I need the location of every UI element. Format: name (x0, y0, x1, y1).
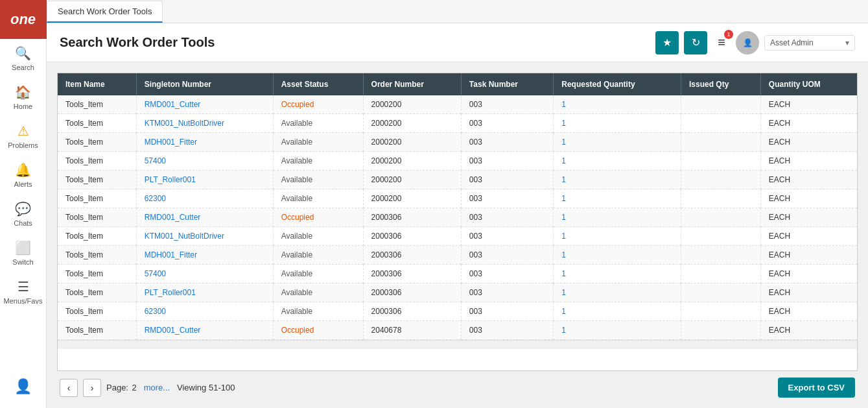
cell-item-name: Tools_Item (58, 171, 136, 189)
cell-req-qty: 1 (554, 95, 681, 114)
sidebar-item-home[interactable]: 🏠 Home (0, 78, 46, 117)
menu-button[interactable]: ≡ 1 (712, 32, 731, 53)
cell-uom: EACH (760, 265, 857, 283)
refresh-button[interactable]: ↻ (684, 31, 707, 54)
table-row: Tools_Item 57400 Available 2000306 003 1… (58, 265, 857, 283)
table-row: Tools_Item KTM001_NutBoltDriver Availabl… (58, 227, 857, 246)
favorite-button[interactable]: ★ (655, 31, 679, 54)
sidebar-item-problems[interactable]: ⚠ Problems (0, 117, 46, 156)
pagination-bar: ‹ › Page: 2 more... Viewing 51-100 (57, 371, 858, 398)
tab-bar: Search Work Order Tools (47, 0, 868, 23)
table-row: Tools_Item 62300 Available 2000200 003 1… (58, 189, 857, 208)
cell-task: 003 (461, 302, 553, 321)
cell-order: 2000306 (363, 246, 461, 265)
next-page-button[interactable]: › (83, 379, 101, 397)
table-wrapper: Item Name Singleton Number Asset Status … (57, 73, 858, 371)
table-row: Tools_Item MDH001_Fitter Available 20003… (58, 246, 857, 265)
cell-req-qty: 1 (554, 283, 681, 302)
sidebar-item-alerts[interactable]: 🔔 Alerts (0, 156, 46, 195)
cell-task: 003 (461, 189, 553, 208)
cell-uom: EACH (760, 208, 857, 227)
sidebar-item-menus[interactable]: ☰ Menus/Favs (0, 272, 46, 311)
sidebar-item-search[interactable]: 🔍 Search (0, 39, 46, 78)
prev-icon: ‹ (67, 383, 71, 393)
cell-order: 2000200 (363, 114, 461, 133)
results-table: Item Name Singleton Number Asset Status … (58, 73, 857, 340)
cell-order: 2000200 (363, 95, 461, 114)
tab-search-work-order-tools[interactable]: Search Work Order Tools (47, 1, 163, 23)
content-area: Item Name Singleton Number Asset Status … (47, 62, 868, 408)
cell-singleton: 57400 (136, 152, 273, 171)
cell-req-qty: 1 (554, 133, 681, 152)
col-requested-quantity: Requested Quantity (554, 73, 681, 95)
cell-task: 003 (461, 265, 553, 283)
dropdown-arrow-icon: ▾ (845, 38, 849, 47)
search-icon: 🔍 (15, 45, 31, 61)
cell-uom: EACH (760, 189, 857, 208)
prev-page-button[interactable]: ‹ (60, 379, 78, 397)
main-area: Search Work Order Tools Search Work Orde… (47, 0, 868, 408)
sidebar-label-menus: Menus/Favs (4, 297, 43, 305)
table-header: Item Name Singleton Number Asset Status … (58, 73, 857, 95)
cell-status: Available (273, 189, 363, 208)
sidebar-item-chats[interactable]: 💬 Chats (0, 195, 46, 234)
hamburger-icon: ≡ (718, 35, 725, 49)
cell-issued-qty (681, 208, 761, 227)
cell-status: Available (273, 133, 363, 152)
sidebar-item-switch[interactable]: ⬜ Switch (0, 234, 46, 272)
cell-order: 2040678 (363, 321, 461, 340)
col-asset-status: Asset Status (273, 73, 363, 95)
cell-status: Available (273, 302, 363, 321)
cell-req-qty: 1 (554, 189, 681, 208)
table-header-row: Item Name Singleton Number Asset Status … (58, 73, 857, 95)
cell-issued-qty (681, 152, 761, 171)
cell-item-name: Tools_Item (58, 152, 136, 171)
sidebar-item-user[interactable]: 👤 (14, 372, 32, 402)
cell-order: 2000306 (363, 227, 461, 246)
cell-task: 003 (461, 171, 553, 189)
cell-issued-qty (681, 321, 761, 340)
cell-issued-qty (681, 246, 761, 265)
cell-order: 2000306 (363, 208, 461, 227)
cell-item-name: Tools_Item (58, 283, 136, 302)
col-singleton-number: Singleton Number (136, 73, 273, 95)
alerts-icon: 🔔 (15, 162, 31, 178)
cell-issued-qty (681, 114, 761, 133)
cell-uom: EACH (760, 302, 857, 321)
cell-task: 003 (461, 152, 553, 171)
page-title: Search Work Order Tools (60, 35, 215, 50)
user-name: Asset Admin (770, 38, 841, 47)
cell-status: Occupied (273, 321, 363, 340)
col-task-number: Task Number (461, 73, 553, 95)
avatar: 👤 (736, 31, 759, 54)
horizontal-scrollbar[interactable] (58, 340, 857, 349)
cell-uom: EACH (760, 152, 857, 171)
sidebar-label-home: Home (14, 102, 32, 110)
table-row: Tools_Item RMD001_Cutter Occupied 200020… (58, 95, 857, 114)
cell-task: 003 (461, 95, 553, 114)
table-row: Tools_Item PLT_Roller001 Available 20003… (58, 283, 857, 302)
more-link[interactable]: more... (144, 383, 172, 392)
cell-singleton: RMD001_Cutter (136, 95, 273, 114)
switch-icon: ⬜ (15, 240, 31, 256)
export-csv-button[interactable]: Export to CSV (778, 378, 855, 398)
refresh-icon: ↻ (692, 36, 700, 49)
header-actions: ★ ↻ ≡ 1 👤 Asset Admin ▾ (655, 31, 855, 54)
user-dropdown[interactable]: Asset Admin ▾ (764, 35, 855, 51)
cell-issued-qty (681, 171, 761, 189)
cell-req-qty: 1 (554, 321, 681, 340)
cell-issued-qty (681, 95, 761, 114)
cell-task: 003 (461, 227, 553, 246)
menus-icon: ☰ (18, 279, 29, 294)
cell-issued-qty (681, 283, 761, 302)
sidebar: one 🔍 Search 🏠 Home ⚠ Problems 🔔 Alerts … (0, 0, 47, 408)
cell-task: 003 (461, 114, 553, 133)
cell-singleton: PLT_Roller001 (136, 171, 273, 189)
home-icon: 🏠 (15, 84, 31, 100)
cell-uom: EACH (760, 114, 857, 133)
cell-status: Available (273, 283, 363, 302)
cell-task: 003 (461, 133, 553, 152)
avatar-icon: 👤 (743, 38, 753, 47)
logo-text: one (10, 11, 36, 28)
table-body: Tools_Item RMD001_Cutter Occupied 200020… (58, 95, 857, 340)
